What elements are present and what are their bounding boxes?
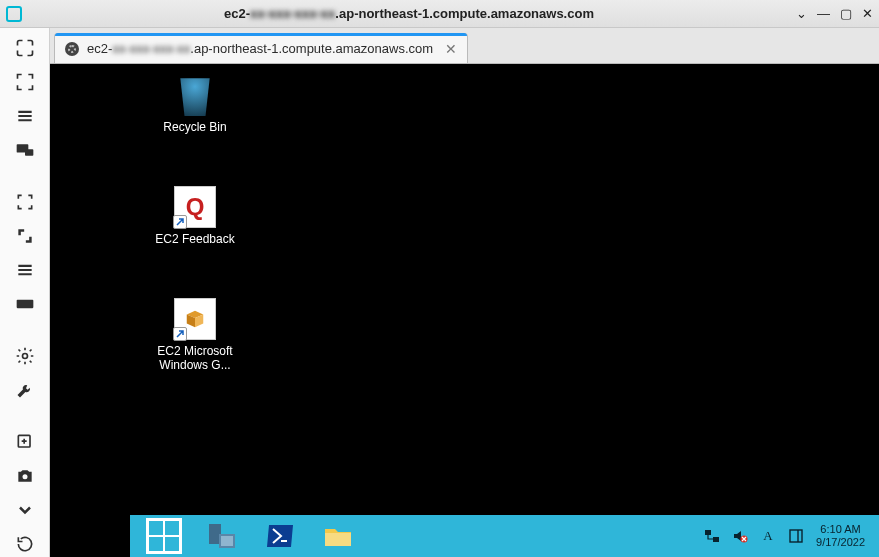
taskbar-powershell[interactable] bbox=[252, 518, 308, 554]
shortcut-arrow-icon bbox=[173, 327, 187, 341]
multi-monitor-icon[interactable] bbox=[13, 140, 37, 160]
window-menu-button[interactable]: ⌄ bbox=[796, 7, 807, 20]
duplicate-icon[interactable] bbox=[13, 432, 37, 452]
remmina-toolbar bbox=[0, 28, 50, 557]
windows-taskbar: A 6:10 AM 9/17/2022 bbox=[130, 515, 879, 557]
svg-rect-2 bbox=[16, 300, 33, 308]
taskbar-server-manager[interactable] bbox=[194, 518, 250, 554]
svg-point-3 bbox=[22, 354, 27, 359]
clock-time: 6:10 AM bbox=[816, 523, 865, 536]
clock-date: 9/17/2022 bbox=[816, 536, 865, 549]
tools-icon[interactable] bbox=[13, 380, 37, 400]
volume-muted-icon[interactable] bbox=[732, 528, 748, 544]
shortcut-arrow-icon bbox=[173, 215, 187, 229]
scale-window-icon[interactable] bbox=[13, 38, 37, 58]
connection-tab[interactable]: ec2-xx-xxx-xxx-xx.ap-northeast-1.compute… bbox=[54, 33, 468, 63]
window-buttons: ⌄ — ▢ ✕ bbox=[796, 7, 873, 20]
server-manager-icon bbox=[207, 522, 237, 550]
system-tray: A 6:10 AM 9/17/2022 bbox=[704, 523, 873, 549]
preferences-icon[interactable] bbox=[13, 346, 37, 366]
titlebar: ec2-xx-xxx-xxx-xx.ap-northeast-1.compute… bbox=[0, 0, 879, 28]
menu-icon[interactable] bbox=[13, 106, 37, 126]
taskbar-file-explorer[interactable] bbox=[310, 518, 366, 554]
minimize-button[interactable]: — bbox=[817, 7, 830, 20]
dynamic-resolution-icon[interactable] bbox=[13, 192, 37, 212]
svg-rect-12 bbox=[790, 530, 802, 542]
start-button[interactable] bbox=[136, 518, 192, 554]
svg-point-5 bbox=[22, 474, 27, 479]
rdp-protocol-icon bbox=[65, 42, 79, 56]
recycle-bin-icon bbox=[174, 74, 216, 116]
network-icon[interactable] bbox=[704, 528, 720, 544]
maximize-button[interactable]: ▢ bbox=[840, 7, 852, 20]
ime-indicator[interactable]: A bbox=[760, 528, 776, 544]
chevron-down-icon[interactable] bbox=[13, 500, 37, 520]
menu2-icon[interactable] bbox=[13, 260, 37, 280]
folder-icon bbox=[323, 523, 353, 549]
screenshot-icon[interactable] bbox=[13, 466, 37, 486]
keyboard-icon[interactable] bbox=[13, 294, 37, 314]
desktop-icon-label: Recycle Bin bbox=[163, 120, 226, 134]
desktop-icon-ec2-feedback[interactable]: Q EC2 Feedback bbox=[150, 186, 240, 246]
disconnect-icon[interactable] bbox=[13, 534, 37, 554]
close-button[interactable]: ✕ bbox=[862, 7, 873, 20]
desktop-icon-recycle-bin[interactable]: Recycle Bin bbox=[150, 74, 240, 134]
desktop-icon-label: EC2 Feedback bbox=[155, 232, 234, 246]
desktop-icon-ec2-windows-guide[interactable]: EC2 Microsoft Windows G... bbox=[150, 298, 240, 373]
svg-rect-8 bbox=[221, 536, 233, 546]
taskbar-clock[interactable]: 6:10 AM 9/17/2022 bbox=[816, 523, 865, 549]
svg-rect-9 bbox=[705, 530, 711, 535]
remote-desktop[interactable]: Recycle Bin Q EC2 Feedback bbox=[50, 64, 879, 557]
ec2-guide-icon bbox=[174, 298, 216, 340]
window-title: ec2-xx-xxx-xxx-xx.ap-northeast-1.compute… bbox=[28, 6, 790, 21]
action-center-icon[interactable] bbox=[788, 528, 804, 544]
fullscreen-icon[interactable] bbox=[13, 72, 37, 92]
windows-logo-icon bbox=[146, 518, 182, 554]
connection-tab-label: ec2-xx-xxx-xxx-xx.ap-northeast-1.compute… bbox=[87, 41, 433, 56]
toggle-scaling-icon[interactable] bbox=[13, 226, 37, 246]
remmina-app-icon bbox=[6, 6, 22, 22]
connection-tabbar: ec2-xx-xxx-xxx-xx.ap-northeast-1.compute… bbox=[50, 28, 879, 64]
connection-area: ec2-xx-xxx-xxx-xx.ap-northeast-1.compute… bbox=[50, 28, 879, 557]
ec2-feedback-icon: Q bbox=[174, 186, 216, 228]
desktop-icon-label: EC2 Microsoft Windows G... bbox=[150, 344, 240, 373]
tab-close-icon[interactable]: ✕ bbox=[445, 41, 457, 57]
powershell-icon bbox=[265, 523, 295, 549]
svg-rect-10 bbox=[713, 537, 719, 542]
svg-rect-1 bbox=[25, 149, 33, 156]
